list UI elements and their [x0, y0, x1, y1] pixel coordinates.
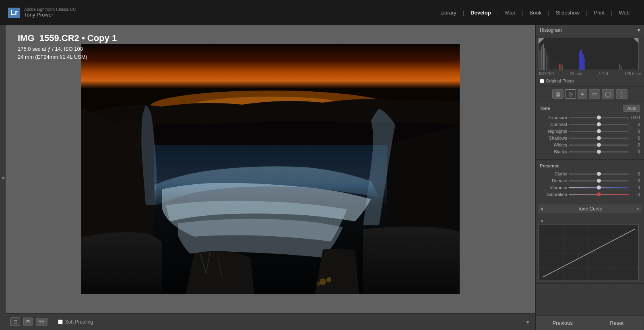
svg-rect-23 [559, 64, 560, 70]
photo-image [81, 44, 460, 294]
view-mode-grid-btn[interactable]: ▦ [552, 89, 564, 99]
view-compare-btn[interactable]: YY [36, 318, 47, 326]
svg-point-7 [326, 277, 331, 282]
view-grid-btn[interactable]: ⊞ [23, 318, 33, 326]
saturation-thumb[interactable] [597, 192, 601, 196]
blacks-value: 0 [630, 149, 640, 154]
blacks-label: Blacks [540, 149, 567, 154]
svg-rect-29 [584, 58, 585, 70]
view-mode-adjust-btn[interactable]: ⋮ [616, 89, 627, 99]
dehaze-track[interactable] [569, 180, 629, 182]
previous-button[interactable]: Previous [536, 316, 590, 330]
contrast-label: Contrast [540, 122, 567, 127]
histogram-original-row: Original Photo [538, 78, 642, 84]
whites-thumb[interactable] [597, 143, 601, 147]
auto-btn[interactable]: Auto [623, 105, 640, 112]
whites-track[interactable] [569, 144, 629, 146]
dehaze-thumb[interactable] [597, 179, 601, 183]
svg-point-8 [317, 282, 321, 286]
photo-info: IMG_1559.CR2 • Copy 1 175.0 sec at ƒ / 1… [18, 33, 117, 61]
photo-lens: 24 mm (EF24mm f/1.4L USM) [18, 53, 117, 61]
soft-proofing-label: Soft Proofing [65, 319, 93, 325]
tone-curve-section: ■ Tone Curve ▾ ● [536, 202, 644, 284]
svg-rect-17 [549, 58, 550, 70]
nav-print[interactable]: Print [587, 7, 611, 18]
user-name: Tony Prower [24, 12, 76, 18]
exposure-track[interactable] [569, 117, 629, 118]
clarity-thumb[interactable] [597, 172, 601, 176]
original-photo-label: Original Photo [546, 78, 574, 83]
dehaze-value: 0 [630, 178, 640, 183]
nav-book[interactable]: Book [523, 7, 548, 18]
svg-rect-25 [562, 65, 563, 70]
shadows-thumb[interactable] [597, 136, 601, 140]
tone-curve-header[interactable]: ■ Tone Curve ▾ [538, 204, 642, 213]
blacks-thumb[interactable] [597, 150, 601, 154]
original-photo-checkbox[interactable] [540, 79, 544, 83]
left-sidebar[interactable]: ◀ [0, 25, 6, 330]
view-mode-circle2-btn[interactable]: ◯ [602, 89, 614, 99]
exposure-row: Exposure 0.00 [540, 115, 640, 120]
exposure-value: 0.00 [630, 115, 640, 120]
histogram-header[interactable]: Histogram ▾ [536, 25, 644, 35]
left-panel-toggle-icon[interactable]: ◀ [1, 175, 4, 180]
tone-label: Tone [540, 106, 550, 111]
soft-proofing-checkbox[interactable] [58, 320, 63, 324]
histogram-aperture: ƒ / 14 [598, 72, 608, 76]
lr-icon: Lr [8, 8, 20, 18]
bottom-toolbar: ▢ ⊞ YY Soft Proofing ▼ [6, 313, 535, 330]
highlights-thumb[interactable] [597, 129, 601, 133]
svg-rect-15 [546, 52, 547, 70]
svg-rect-19 [552, 60, 553, 70]
shadows-track[interactable] [569, 138, 629, 139]
nav-library[interactable]: Library [434, 7, 463, 18]
contrast-track[interactable] [569, 124, 629, 125]
tone-curve-svg [539, 225, 639, 281]
right-panel: Histogram ▾ [535, 25, 644, 330]
toolbar-chevron-icon[interactable]: ▼ [525, 319, 530, 325]
top-nav: Library | Develop | Map | Book | Slidesh… [434, 7, 636, 18]
vibrance-thumb[interactable] [597, 186, 601, 190]
reset-button[interactable]: Reset [590, 316, 644, 330]
view-mode-circle-btn[interactable]: ◎ [565, 89, 576, 99]
saturation-track[interactable] [569, 194, 629, 195]
svg-rect-26 [579, 52, 580, 70]
clarity-track[interactable] [569, 173, 629, 175]
vibrance-label: Vibrance [540, 185, 567, 190]
histogram-svg [539, 38, 639, 70]
tone-header: Tone Auto [540, 105, 640, 112]
app-title: Adobe Lightroom Classic CC Tony Prower [24, 7, 76, 18]
top-bar: Lr Adobe Lightroom Classic CC Tony Prowe… [0, 0, 644, 25]
tone-curve-canvas[interactable] [538, 225, 639, 281]
svg-rect-16 [547, 55, 549, 70]
histogram-section: Histogram ▾ [536, 25, 644, 87]
tone-curve-target-icon[interactable]: ● [541, 218, 543, 223]
whites-label: Whites [540, 142, 567, 147]
histogram-title: Histogram [540, 27, 562, 33]
nav-slideshow[interactable]: Slideshow [549, 7, 586, 18]
nav-web[interactable]: Web [613, 7, 636, 18]
highlights-track[interactable] [569, 131, 629, 132]
view-mode-rect-btn[interactable]: ▭ [589, 89, 600, 99]
svg-marker-9 [539, 38, 544, 44]
svg-rect-20 [554, 61, 555, 70]
nav-map[interactable]: Map [499, 7, 522, 18]
nav-develop[interactable]: Develop [464, 7, 497, 18]
svg-rect-28 [582, 54, 584, 70]
view-single-btn[interactable]: ▢ [10, 318, 20, 326]
contrast-thumb[interactable] [597, 122, 601, 126]
app-name: Adobe Lightroom Classic CC [24, 7, 76, 12]
tone-curve-left-icon: ■ [541, 206, 543, 211]
blacks-track[interactable] [569, 151, 629, 153]
main-content: ◀ IMG_1559.CR2 • Copy 1 175.0 sec at ƒ /… [0, 25, 644, 330]
view-mode-dot-btn[interactable]: ● [578, 89, 587, 99]
blacks-row: Blacks 0 [540, 149, 640, 154]
highlights-row: Highlights 0 [540, 129, 640, 134]
vibrance-track[interactable] [569, 187, 629, 188]
svg-rect-24 [560, 64, 561, 70]
svg-marker-10 [634, 38, 639, 44]
exposure-thumb[interactable] [597, 116, 601, 120]
clarity-label: Clarity [540, 171, 567, 176]
svg-rect-22 [557, 63, 558, 70]
photo-title: IMG_1559.CR2 • Copy 1 [18, 33, 117, 43]
